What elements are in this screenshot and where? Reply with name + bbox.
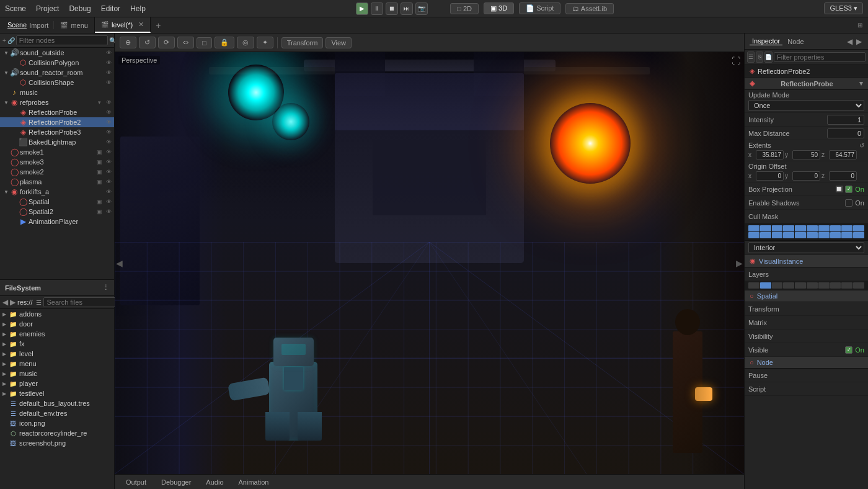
tree-item-spatial1[interactable]: ◯ Spatial ▣ 👁	[0, 197, 114, 207]
mesh-icon[interactable]: ▣	[95, 197, 104, 206]
link-button[interactable]: 🔗	[7, 35, 15, 46]
inspector-script-btn[interactable]: 📄	[764, 52, 773, 63]
tree-item-smoke2[interactable]: ◯ smoke2 ▣ 👁	[0, 167, 114, 177]
mode-3d[interactable]: ▣ 3D	[484, 2, 514, 14]
layer-cell-17[interactable]	[818, 232, 830, 238]
inspector-expand-btn[interactable]: ⎘	[756, 52, 763, 63]
panel-tab-import[interactable]: Import	[29, 22, 48, 29]
tree-item-sound-reactor[interactable]: ▼ 🔊 sound_reactor_room 👁	[0, 68, 114, 78]
visibility-icon[interactable]: 👁	[104, 177, 113, 186]
menu-scene[interactable]: Scene	[5, 4, 26, 13]
vi-layer-5[interactable]	[795, 282, 806, 289]
particles-icon[interactable]: ▣	[95, 158, 104, 166]
extents-reset-icon[interactable]: ↺	[859, 142, 864, 149]
panel-collapse-right[interactable]: ▶	[736, 258, 743, 268]
vi-layer-8[interactable]	[830, 282, 841, 289]
section-spatial[interactable]: ○ Spatial	[745, 290, 868, 302]
tree-item-baked-lightmap[interactable]: ⬛ BakedLightmap 👁	[0, 137, 114, 147]
fullscreen-button[interactable]: ⛶	[732, 56, 740, 66]
extents-y-input[interactable]	[792, 150, 820, 159]
tree-arrow[interactable]: ▼	[2, 49, 10, 56]
viewport-transform-btn[interactable]: Transform	[281, 37, 324, 48]
mesh-icon[interactable]: ▣	[95, 207, 104, 216]
layer-cell-3[interactable]	[772, 225, 783, 231]
box-projection-checkbox[interactable]: ✓	[845, 186, 852, 193]
vi-layer-10[interactable]	[853, 282, 864, 289]
fs-file-screenshot[interactable]: 🖼 screenshot.png	[0, 438, 114, 448]
inspector-tab-inspector[interactable]: Inspector	[750, 37, 782, 45]
menu-project[interactable]: Project	[36, 4, 59, 13]
update-mode-select[interactable]: Once Always	[748, 100, 864, 111]
layer-cell-6[interactable]	[807, 225, 818, 231]
stop-button[interactable]: ⏹	[386, 2, 398, 15]
bottom-tab-output[interactable]: Output	[120, 477, 153, 487]
tree-item-smoke3[interactable]: ◯ smoke3 ▣ 👁	[0, 157, 114, 167]
visibility-icon[interactable]: 👁	[104, 48, 113, 57]
viewport-tool-rotate[interactable]: ⟳	[158, 37, 175, 48]
gles-badge[interactable]: GLES3 ▾	[824, 2, 863, 14]
cull-mask-preset-select[interactable]: Interior Exterior Custom	[748, 242, 864, 253]
layer-cell-2[interactable]	[760, 225, 771, 231]
viewport-content[interactable]: Perspective ⛶ ◀ ▶	[115, 52, 744, 474]
fs-list-icon[interactable]: ☰	[36, 299, 42, 306]
enable-shadows-checkbox[interactable]	[845, 199, 852, 207]
layer-cell-18[interactable]	[830, 232, 841, 238]
mode-script[interactable]: 📄 Script	[519, 2, 560, 14]
tree-arrow[interactable]: ▼	[2, 99, 10, 106]
visibility-icon[interactable]: 👁	[104, 118, 113, 127]
tree-item-music[interactable]: ♪ music	[0, 87, 114, 97]
tree-item-spatial2[interactable]: ◯ Spatial2 ▣ 👁	[0, 207, 114, 217]
particles-icon[interactable]: ▣	[95, 177, 104, 186]
viewport-tool-scale[interactable]: ⇔	[177, 37, 194, 48]
bottom-tab-animation[interactable]: Animation	[232, 477, 275, 487]
fs-file-reactor-cylinder[interactable]: ⬡ reactorcorecylinder_re	[0, 428, 114, 438]
viewport-tool-select[interactable]: ⊕	[120, 37, 136, 48]
menu-editor[interactable]: Editor	[101, 4, 120, 13]
fs-folder-player[interactable]: ▶ 📁 player	[0, 379, 114, 388]
vi-layer-6[interactable]	[807, 282, 818, 289]
tree-arrow[interactable]: ▼	[2, 69, 10, 76]
add-tab-button[interactable]: +	[151, 20, 166, 30]
tree-arrow[interactable]: ▼	[2, 188, 10, 195]
section-header-reflection-probe[interactable]: ◈ ReflectionProbe ▾	[745, 78, 868, 90]
extents-x-input[interactable]	[756, 150, 784, 159]
tree-item-reflection-probe2[interactable]: ◈ ReflectionProbe2 👁	[0, 117, 114, 127]
fs-options-icon[interactable]: ⋮	[102, 284, 109, 292]
intensity-input[interactable]	[827, 115, 864, 125]
layer-cell-11[interactable]	[748, 232, 760, 238]
inspector-history-btn[interactable]: ☰	[747, 52, 755, 63]
fs-file-default-env[interactable]: ☰ default_env.tres	[0, 408, 114, 418]
visibility-icon[interactable]: 👁	[104, 108, 113, 117]
expand-panel-button[interactable]: ⊞	[854, 20, 866, 31]
layer-cell-8[interactable]	[830, 225, 841, 231]
layer-cell-10[interactable]	[853, 225, 864, 231]
fs-forward-icon[interactable]: ▶	[10, 298, 16, 307]
mode-2d[interactable]: □ 2D	[450, 3, 479, 14]
panel-collapse-left[interactable]: ◀	[116, 258, 123, 268]
camera-button[interactable]: 📷	[415, 2, 428, 15]
visibility-icon[interactable]: 👁	[104, 58, 113, 67]
step-button[interactable]: ⏭	[401, 2, 413, 15]
vi-layer-2[interactable]	[760, 282, 771, 289]
layer-cell-13[interactable]	[772, 232, 783, 238]
viewport-tool-snap[interactable]: 🔒	[215, 37, 234, 48]
section-node[interactable]: ○ Node	[745, 357, 868, 369]
layer-cell-9[interactable]	[841, 225, 852, 231]
fs-folder-door[interactable]: ▶ 📁 door	[0, 319, 114, 329]
visibility-icon[interactable]: 👁	[104, 168, 113, 176]
origin-z-input[interactable]	[829, 171, 857, 181]
section-visual-instance[interactable]: ◉ VisualInstance	[745, 255, 868, 267]
vi-layer-4[interactable]	[783, 282, 794, 289]
viewport-view-btn[interactable]: View	[326, 37, 352, 48]
tree-item-forklifts[interactable]: ▼ ◉ forklifts_a 👁	[0, 187, 114, 197]
tree-item-plasma[interactable]: ◯ plasma ▣ 👁	[0, 177, 114, 187]
visible-checkbox[interactable]: ✓	[845, 346, 852, 354]
extents-z-input[interactable]	[829, 150, 857, 159]
layer-cell-20[interactable]	[853, 232, 864, 238]
tree-item-animation-player[interactable]: ▶ AnimationPlayer	[0, 217, 114, 227]
menu-debug[interactable]: Debug	[69, 4, 91, 13]
fs-folder-music[interactable]: ▶ 📁 music	[0, 369, 114, 379]
fs-file-bus-layout[interactable]: ☰ default_bus_layout.tres	[0, 398, 114, 408]
particles-icon[interactable]: ▣	[95, 168, 104, 176]
filter-nodes-input[interactable]	[16, 35, 108, 45]
